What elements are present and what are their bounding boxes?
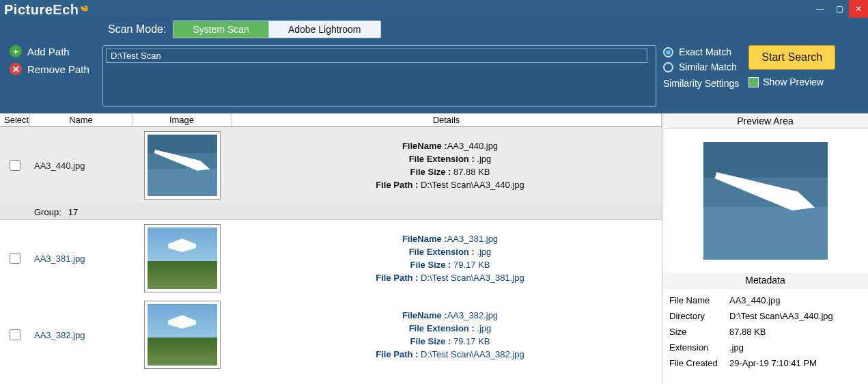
remove-path-label: Remove Path [27,64,89,75]
col-image[interactable]: Image [132,113,232,126]
preview-title: Preview Area [662,113,868,129]
metadata-table: File NameAA3_440.jpg DirectoryD:\Test Sc… [662,288,868,375]
radio-dot-icon [663,47,673,57]
start-search-button[interactable]: Start Search [748,45,835,70]
similar-match-label: Similar Match [679,61,737,72]
row-checkbox[interactable] [10,253,20,264]
side-panel: Preview Area Metadata File NameAA3_440.j… [662,113,868,384]
results-list: Select Name Image Details AA3_440.jpgFil… [0,113,662,384]
meta-val-size: 87.88 KB [729,327,766,337]
path-list[interactable]: D:\Test Scan [102,45,656,107]
row-filename: AA3_382.jpg [30,330,132,340]
plus-icon: + [10,45,22,57]
tab-system-scan[interactable]: System Scan [173,21,268,38]
show-preview-toggle[interactable]: Show Preview [748,77,835,87]
minimize-button[interactable]: — [811,0,830,18]
row-thumbnail[interactable] [144,301,221,369]
meta-val-ext: .jpg [729,342,744,353]
radio-similar-match[interactable]: Similar Match [663,61,739,72]
col-name[interactable]: Name [30,113,132,126]
row-checkbox[interactable] [10,160,20,171]
row-filename: AA3_381.jpg [30,253,132,264]
meta-key-created: File Created [669,358,723,368]
meta-key-size: Size [669,327,723,337]
meta-key-ext: Extension [669,342,723,353]
meta-val-filename: AA3_440.jpg [729,295,780,305]
row-thumbnail[interactable] [144,224,221,292]
meta-val-directory: D:\Test Scan\AA3_440.jpg [729,311,833,321]
table-row[interactable]: AA3_381.jpgFileName :AA3_381.jpgFile Ext… [0,220,662,297]
tab-adobe-lightroom[interactable]: Adobe Lightroom [268,21,380,38]
exact-match-label: Exact Match [679,46,731,57]
checkbox-icon [748,77,759,87]
column-headers: Select Name Image Details [0,113,662,127]
row-filename: AA3_440.jpg [30,161,132,171]
app-logo: PictureEch༄ [4,1,87,18]
meta-key-filename: File Name [669,295,723,305]
meta-key-directory: Directory [669,311,723,321]
table-row[interactable]: AA3_440.jpgFileName :AA3_440.jpgFile Ext… [0,127,662,204]
similarity-settings-link[interactable]: Similarity Settings [663,78,739,89]
row-checkbox[interactable] [10,329,20,340]
header: PictureEch༄ Scan Mode: System Scan Adobe… [0,18,868,113]
radio-exact-match[interactable]: Exact Match [663,46,739,57]
remove-path-button[interactable]: ✕ Remove Path [10,63,96,75]
maximize-button[interactable]: ▢ [830,0,849,18]
add-path-button[interactable]: + Add Path [10,45,96,57]
add-path-label: Add Path [27,46,70,57]
col-details[interactable]: Details [232,113,662,126]
main: Select Name Image Details AA3_440.jpgFil… [0,113,868,384]
show-preview-label: Show Preview [763,77,824,87]
radio-dot-icon [663,62,673,72]
scan-mode-tabs: System Scan Adobe Lightroom [173,20,380,38]
titlebar: — ▢ ✕ [0,0,868,18]
close-button[interactable]: ✕ [849,0,868,18]
group-header: Group:17 [0,204,662,220]
row-thumbnail[interactable] [144,131,221,200]
path-item[interactable]: D:\Test Scan [106,49,647,63]
logo-wifi-icon: ༄ [81,2,88,18]
rows-scroll[interactable]: AA3_440.jpgFileName :AA3_440.jpgFile Ext… [0,127,662,384]
x-icon: ✕ [10,63,22,75]
col-select[interactable]: Select [0,113,30,126]
metadata-title: Metadata [662,273,868,288]
scan-mode-label: Scan Mode: [108,23,166,36]
table-row[interactable]: AA3_382.jpgFileName :AA3_382.jpgFile Ext… [0,297,662,373]
preview-image [701,139,830,262]
preview-area [662,129,868,273]
meta-val-created: 29-Apr-19 7:10:41 PM [729,358,817,368]
